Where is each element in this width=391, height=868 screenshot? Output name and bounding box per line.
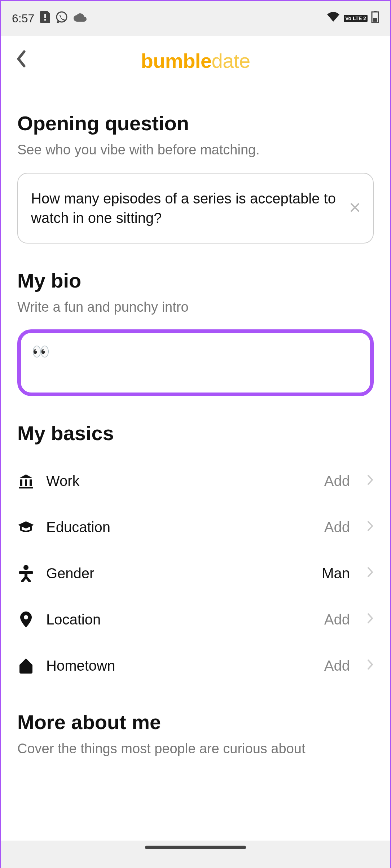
svg-rect-1 [44, 19, 46, 21]
whatsapp-icon [56, 11, 67, 26]
basics-row-gender[interactable]: Gender Man [17, 550, 374, 596]
hometown-label: Hometown [46, 658, 313, 674]
gender-label: Gender [46, 565, 310, 582]
more-title: More about me [17, 710, 374, 734]
home-handle[interactable] [145, 846, 246, 849]
battery-icon [371, 11, 379, 26]
svg-rect-0 [44, 14, 46, 18]
education-icon [17, 518, 35, 536]
svg-rect-8 [30, 479, 32, 486]
basics-row-work[interactable]: Work Add [17, 458, 374, 504]
bio-section: My bio Write a fun and punchy intro 👀 [17, 269, 374, 396]
cloud-icon [73, 12, 87, 25]
location-value: Add [324, 611, 350, 628]
basics-row-hometown[interactable]: Hometown Add [17, 643, 374, 689]
status-time: 6:57 [12, 12, 34, 25]
chevron-right-icon [367, 658, 374, 673]
bio-subtitle: Write a fun and punchy intro [17, 299, 374, 315]
svg-rect-7 [25, 479, 27, 486]
back-button[interactable] [16, 50, 26, 72]
education-value: Add [324, 519, 350, 535]
work-label: Work [46, 473, 313, 489]
gender-value: Man [322, 565, 350, 582]
location-icon [17, 611, 35, 628]
gender-icon [17, 565, 35, 582]
basics-title: My basics [17, 421, 374, 445]
basics-row-education[interactable]: Education Add [17, 504, 374, 550]
nav-bar: bumbledate [1, 36, 390, 86]
bio-input[interactable]: 👀 [17, 329, 374, 396]
chevron-right-icon [367, 612, 374, 627]
opening-title: Opening question [17, 111, 374, 135]
chevron-right-icon [367, 566, 374, 581]
basics-row-location[interactable]: Location Add [17, 596, 374, 643]
gesture-bar [1, 841, 390, 868]
svg-rect-9 [19, 487, 33, 488]
svg-rect-6 [20, 479, 22, 486]
work-value: Add [324, 473, 350, 489]
more-about-me-section: More about me Cover the things most peop… [17, 710, 374, 757]
work-icon [17, 472, 35, 490]
wifi-icon [326, 12, 340, 25]
chevron-right-icon [367, 520, 374, 535]
opening-question-text: How many episodes of a series is accepta… [31, 189, 343, 228]
svg-rect-5 [373, 18, 377, 22]
education-label: Education [46, 519, 313, 535]
sim-alert-icon [40, 11, 50, 26]
status-bar: 6:57 Vo LTE 2 [1, 1, 390, 36]
bio-title: My bio [17, 269, 374, 292]
volte-icon: Vo LTE 2 [344, 15, 368, 22]
opening-subtitle: See who you vibe with before matching. [17, 142, 374, 158]
location-label: Location [46, 611, 313, 628]
close-icon[interactable] [350, 201, 360, 216]
bio-text: 👀 [32, 343, 50, 359]
svg-point-10 [23, 565, 28, 570]
svg-point-12 [24, 615, 28, 619]
basics-section: My basics Work Add Education Add [17, 421, 374, 689]
hometown-icon [17, 657, 35, 674]
more-subtitle: Cover the things most people are curious… [17, 741, 374, 757]
svg-point-2 [57, 12, 67, 22]
hometown-value: Add [324, 658, 350, 674]
opening-question-card[interactable]: How many episodes of a series is accepta… [17, 173, 374, 244]
chevron-right-icon [367, 473, 374, 488]
opening-question-section: Opening question See who you vibe with b… [17, 111, 374, 244]
app-logo: bumbledate [141, 49, 250, 73]
